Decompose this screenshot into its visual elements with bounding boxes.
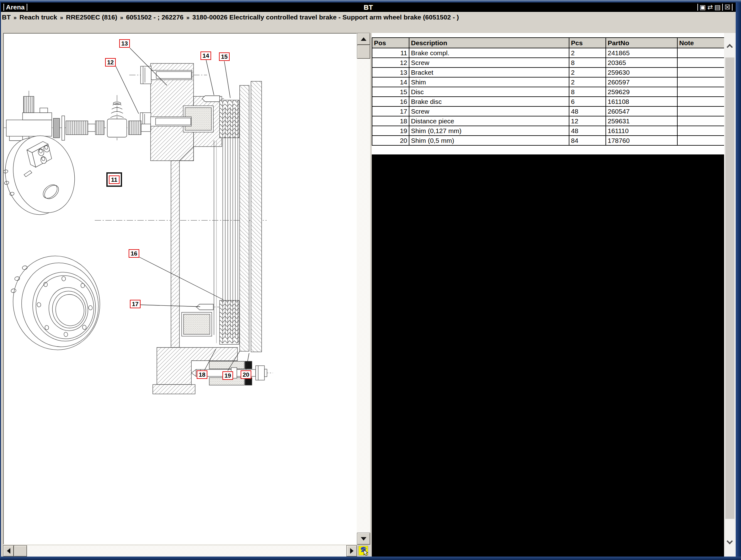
separator xyxy=(697,4,698,11)
callout-11[interactable]: 11 xyxy=(109,176,120,184)
cell-partno: 161108 xyxy=(606,97,677,107)
table-header-row: PosDescriptionPcsPartNoNote xyxy=(372,38,724,48)
callout-19[interactable]: 19 xyxy=(222,371,233,380)
triangle-up-icon xyxy=(361,37,366,41)
main-content: 11121314151617181920 PosDescriptionPcsPa… xyxy=(1,33,736,557)
cell-partno: 260547 xyxy=(606,107,677,116)
callout-18[interactable]: 18 xyxy=(197,370,207,379)
breadcrumb-bar: BT»Reach truck»RRE250EC (816)»6051502 - … xyxy=(1,12,736,33)
callout-16[interactable]: 16 xyxy=(129,249,139,258)
cell-partno: 178760 xyxy=(606,136,677,145)
diagram-vertical-scrollbar[interactable] xyxy=(357,33,370,545)
cell-pcs: 8 xyxy=(569,58,606,67)
diagram-horizontal-scrollbar[interactable] xyxy=(3,545,357,557)
table-scroll-thumb[interactable] xyxy=(725,57,734,519)
breadcrumb-separator: » xyxy=(60,14,63,21)
selected-callout-frame[interactable]: 11 xyxy=(106,172,122,187)
scroll-right-button[interactable] xyxy=(346,545,357,557)
breadcrumb-segment[interactable]: BT xyxy=(2,13,11,21)
callout-20[interactable]: 20 xyxy=(241,370,251,379)
cell-pcs: 84 xyxy=(569,136,606,145)
column-header-pcs: Pcs xyxy=(569,38,606,48)
window-bottom-border xyxy=(0,557,741,560)
table-row[interactable]: 19Shim (0,127 mm)48161110 xyxy=(372,126,724,136)
table-row[interactable]: 12Screw820365 xyxy=(372,58,724,67)
cell-note xyxy=(677,107,724,116)
breadcrumb-separator: » xyxy=(120,14,123,21)
cell-note xyxy=(677,116,724,126)
close-icon[interactable]: ☒ xyxy=(724,3,730,11)
cell-description: Shim xyxy=(409,77,569,87)
triangle-right-icon xyxy=(350,548,353,554)
horizontal-scroll-thumb[interactable] xyxy=(14,545,27,557)
cell-pcs: 48 xyxy=(569,107,606,116)
cell-pcs: 2 xyxy=(569,77,606,87)
cell-partno: 259630 xyxy=(606,67,677,77)
diagram-panel: 11121314151617181920 xyxy=(3,33,370,557)
column-header-partno: PartNo xyxy=(606,38,677,48)
window-title: BT xyxy=(1,3,736,12)
cell-pos: 12 xyxy=(372,58,409,67)
cell-note xyxy=(677,48,724,58)
empty-black-area xyxy=(372,154,724,557)
cell-note xyxy=(677,67,724,77)
cell-description: Brake disc xyxy=(409,97,569,107)
table-row[interactable]: 13Bracket2259630 xyxy=(372,67,724,77)
callout-13[interactable]: 13 xyxy=(119,39,130,48)
svg-viewer-icon[interactable] xyxy=(358,546,369,556)
cell-pos: 14 xyxy=(372,77,409,87)
cell-pcs: 6 xyxy=(569,97,606,107)
table-row[interactable]: 16Brake disc6161108 xyxy=(372,97,724,107)
column-header-description: Description xyxy=(409,38,569,48)
table-row[interactable]: 11Brake compl.2241865 xyxy=(372,48,724,58)
breadcrumb-segment[interactable]: 6051502 - ; 262276 xyxy=(126,13,184,21)
table-row[interactable]: 17Screw48260547 xyxy=(372,107,724,116)
breadcrumb-segment[interactable]: Reach truck xyxy=(19,13,57,21)
column-header-note: Note xyxy=(677,38,724,48)
table-row[interactable]: 20Shim (0,5 mm)84178760 xyxy=(372,136,724,145)
cell-pos: 19 xyxy=(372,126,409,136)
brake-assembly-drawing xyxy=(4,34,356,544)
window-list-icon[interactable]: ▤ xyxy=(714,3,721,11)
table-row[interactable]: 15Disc8259629 xyxy=(372,87,724,97)
cell-description: Bracket xyxy=(409,67,569,77)
cell-pos: 15 xyxy=(372,87,409,97)
cell-pos: 17 xyxy=(372,107,409,116)
cell-note xyxy=(677,97,724,107)
cell-pos: 20 xyxy=(372,136,409,145)
window-top-border xyxy=(0,0,741,2)
separator xyxy=(732,4,733,11)
table-scrollbar[interactable] xyxy=(724,33,736,557)
table-row[interactable]: 18Distance piece12259631 xyxy=(372,116,724,126)
table-row[interactable]: 14Shim2260597 xyxy=(372,77,724,87)
scroll-left-button[interactable] xyxy=(3,545,14,557)
parts-table: PosDescriptionPcsPartNoNote 11Brake comp… xyxy=(372,37,725,146)
restore-window-icon[interactable]: ▣ xyxy=(699,3,706,11)
vertical-scroll-thumb[interactable] xyxy=(357,45,370,59)
diagram-viewport[interactable]: 11121314151617181920 xyxy=(3,33,357,545)
breadcrumb-separator: » xyxy=(13,14,17,21)
chevron-up-icon[interactable] xyxy=(727,44,733,50)
callout-15[interactable]: 15 xyxy=(219,52,230,61)
chevron-down-icon[interactable] xyxy=(727,538,733,544)
switch-window-icon[interactable]: ⇄ xyxy=(708,3,713,11)
cell-note xyxy=(677,77,724,87)
cell-description: Shim (0,5 mm) xyxy=(409,136,569,145)
cell-pos: 18 xyxy=(372,116,409,126)
cell-description: Brake compl. xyxy=(409,48,569,58)
cell-note xyxy=(677,136,724,145)
callout-12[interactable]: 12 xyxy=(105,58,116,67)
cell-note xyxy=(677,87,724,97)
callout-17[interactable]: 17 xyxy=(130,300,141,308)
cell-description: Screw xyxy=(409,107,569,116)
cell-pcs: 48 xyxy=(569,126,606,136)
scroll-up-button[interactable] xyxy=(357,33,370,45)
cell-note xyxy=(677,126,724,136)
callout-14[interactable]: 14 xyxy=(200,52,211,60)
breadcrumb-segment[interactable]: RRE250EC (816) xyxy=(66,13,117,21)
scrollbar-corner xyxy=(357,545,370,557)
column-header-pos: Pos xyxy=(372,38,409,48)
scroll-down-button[interactable] xyxy=(357,533,370,545)
cell-pos: 16 xyxy=(372,97,409,107)
cell-partno: 241865 xyxy=(606,48,677,58)
